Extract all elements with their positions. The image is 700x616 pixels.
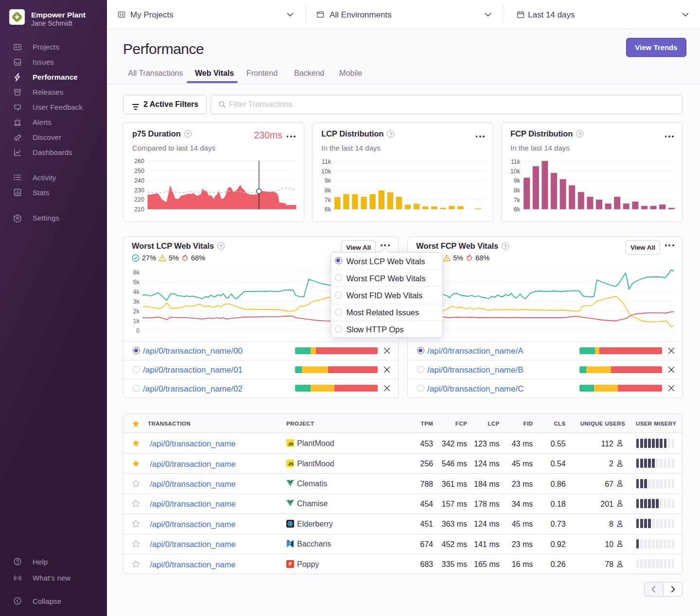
svg-text:6k: 6k: [325, 206, 332, 213]
svg-text:220: 220: [134, 196, 144, 203]
svg-text:7k: 7k: [325, 197, 332, 204]
svg-text:6k: 6k: [514, 206, 521, 213]
svg-text:10k: 10k: [321, 168, 332, 175]
svg-text:8k: 8k: [514, 187, 521, 194]
svg-text:1k: 1k: [133, 318, 140, 325]
svg-text:2k: 2k: [133, 308, 140, 315]
svg-text:210: 210: [134, 206, 144, 213]
svg-text:260: 260: [134, 158, 144, 165]
svg-text:11k: 11k: [511, 158, 521, 165]
svg-text:8k: 8k: [325, 187, 332, 194]
svg-text:5k: 5k: [133, 279, 140, 286]
svg-text:240: 240: [134, 177, 144, 184]
svg-text:230: 230: [134, 187, 144, 194]
svg-text:250: 250: [134, 168, 144, 174]
svg-text:9k: 9k: [514, 177, 521, 184]
svg-text:4k: 4k: [133, 289, 140, 295]
svg-text:0: 0: [136, 327, 140, 334]
svg-text:3k: 3k: [133, 298, 140, 305]
svg-text:9k: 9k: [325, 177, 332, 184]
svg-text:7k: 7k: [514, 197, 521, 204]
svg-text:6k: 6k: [133, 269, 140, 276]
svg-text:11k: 11k: [322, 158, 332, 165]
svg-text:10k: 10k: [510, 168, 521, 175]
